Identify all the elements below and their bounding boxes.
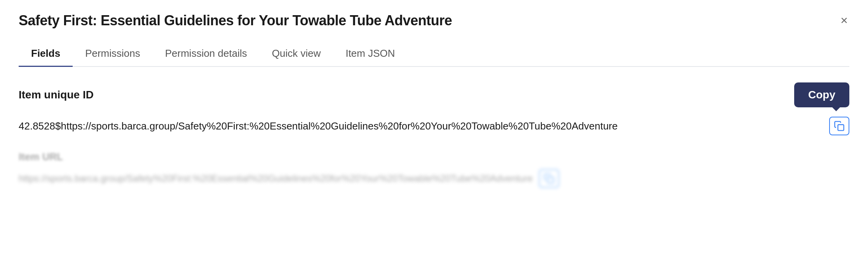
copy-tooltip-wrapper: Copy xyxy=(794,82,849,107)
unique-id-section: Item unique ID Copy 42.8528$https://spor… xyxy=(19,82,849,135)
unique-id-label: Item unique ID xyxy=(19,89,94,101)
modal-container: Safety First: Essential Guidelines for Y… xyxy=(0,0,868,266)
tab-quick-view[interactable]: Quick view xyxy=(260,41,333,67)
tab-fields[interactable]: Fields xyxy=(19,41,73,67)
modal-header: Safety First: Essential Guidelines for Y… xyxy=(19,12,849,29)
tabs-container: Fields Permissions Permission details Qu… xyxy=(19,41,849,67)
tab-item-json[interactable]: Item JSON xyxy=(333,41,407,67)
item-url-value-row: https://sports.barca.group/Safety%20Firs… xyxy=(19,169,849,188)
unique-id-value: 42.8528$https://sports.barca.group/Safet… xyxy=(19,120,823,132)
copy-icon-blurred xyxy=(544,173,554,184)
item-url-value: https://sports.barca.group/Safety%20Firs… xyxy=(19,173,533,184)
svg-rect-1 xyxy=(548,177,554,183)
svg-rect-0 xyxy=(838,125,844,131)
tab-permissions[interactable]: Permissions xyxy=(73,41,153,67)
unique-id-value-row: 42.8528$https://sports.barca.group/Safet… xyxy=(19,117,849,135)
item-url-label: Item URL xyxy=(19,151,849,163)
unique-id-copy-button[interactable] xyxy=(829,117,849,135)
item-url-copy-button[interactable] xyxy=(539,169,559,188)
content-area: Item unique ID Copy 42.8528$https://spor… xyxy=(19,82,849,188)
copy-tooltip: Copy xyxy=(794,82,849,107)
tab-permission-details[interactable]: Permission details xyxy=(153,41,260,67)
close-button[interactable]: × xyxy=(839,12,849,28)
item-url-section: Item URL https://sports.barca.group/Safe… xyxy=(19,151,849,188)
modal-title: Safety First: Essential Guidelines for Y… xyxy=(19,12,452,29)
unique-id-header-row: Item unique ID Copy xyxy=(19,82,849,107)
copy-icon xyxy=(834,121,845,131)
